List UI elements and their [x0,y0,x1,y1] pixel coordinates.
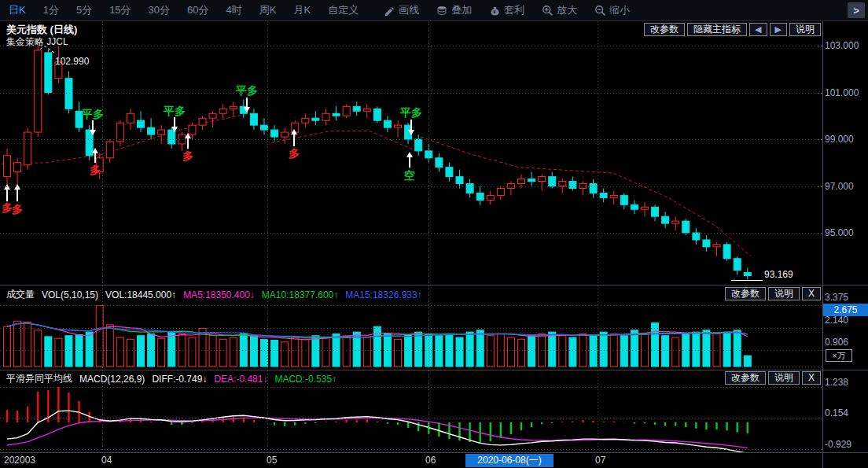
svg-text:102.990: 102.990 [55,56,90,67]
svg-text:平多: 平多 [399,106,422,119]
svg-text:多: 多 [90,164,101,176]
svg-text:多: 多 [289,147,300,160]
svg-text:多: 多 [12,203,23,216]
svg-text:平多: 平多 [81,108,104,120]
svg-text:多: 多 [2,201,13,214]
chart-canvas[interactable]: 102.99093.169多多平多多平多多平多多平多空 [0,0,868,468]
svg-text:平多: 平多 [163,105,186,117]
svg-text:93.169: 93.169 [764,269,793,280]
svg-text:空: 空 [404,169,415,182]
svg-text:平多: 平多 [235,84,258,97]
svg-text:多: 多 [182,149,193,162]
